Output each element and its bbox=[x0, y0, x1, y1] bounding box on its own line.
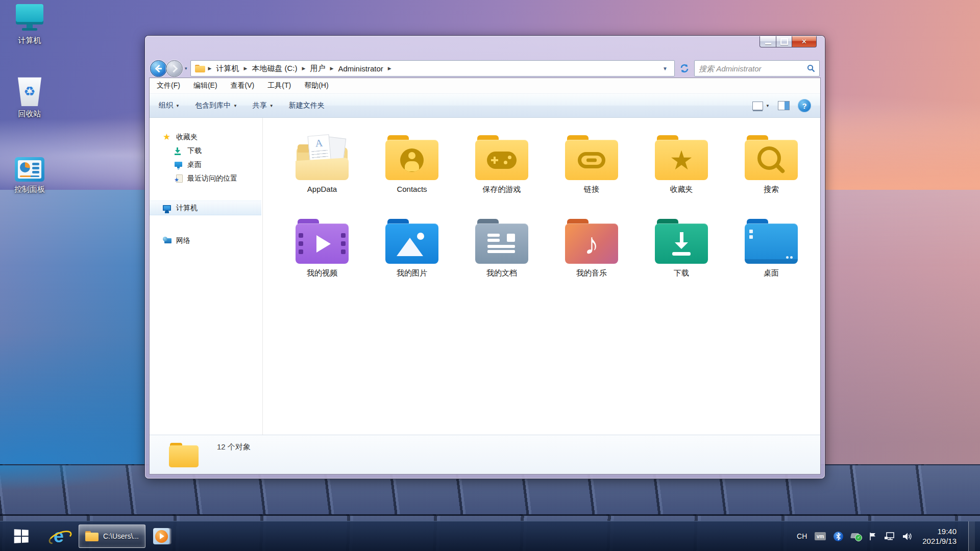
address-bar[interactable]: ▶ 计算机 ▶ 本地磁盘 (C:) ▶ 用户 ▶ Administrator ▶… bbox=[190, 60, 675, 77]
maximize-button[interactable] bbox=[776, 36, 792, 47]
menu-item-edit[interactable]: 编辑(E) bbox=[193, 81, 217, 90]
forward-arrow-icon bbox=[170, 64, 178, 72]
sidebar-item-recent-places[interactable]: 最近访问的位置 bbox=[150, 171, 262, 185]
vmware-icon[interactable]: vm bbox=[815, 532, 826, 540]
folder-item-saved-games[interactable]: 保存的游戏 bbox=[457, 135, 547, 194]
clock-time: 19:40 bbox=[922, 527, 957, 537]
chevron-down-icon: ▼ bbox=[176, 104, 180, 108]
computer-icon bbox=[163, 204, 172, 213]
action-center-flag-icon[interactable] bbox=[869, 532, 877, 541]
menu-item-file[interactable]: 文件(F) bbox=[157, 81, 180, 90]
menu-item-tools[interactable]: 工具(T) bbox=[267, 81, 291, 90]
desktop-icon-computer[interactable]: 计算机 bbox=[3, 4, 56, 45]
start-button[interactable] bbox=[0, 521, 43, 551]
documents-folder-icon bbox=[475, 219, 528, 264]
saved-games-folder-icon bbox=[475, 135, 528, 180]
refresh-button[interactable] bbox=[677, 61, 692, 76]
bluetooth-icon[interactable] bbox=[834, 532, 843, 541]
minimize-button[interactable] bbox=[760, 36, 776, 47]
taskbar-item-internet-explorer[interactable]: e bbox=[43, 521, 75, 551]
breadcrumb-computer[interactable]: 计算机 bbox=[211, 64, 243, 73]
details-pane: 12 个对象 bbox=[150, 435, 820, 474]
sidebar-item-downloads[interactable]: 下载 bbox=[150, 144, 262, 158]
desktop-icon-label: 计算机 bbox=[3, 36, 56, 45]
forward-button[interactable] bbox=[166, 60, 183, 77]
breadcrumb-separator: ▶ bbox=[208, 66, 212, 71]
clock-date: 2021/9/13 bbox=[922, 536, 957, 546]
desktop-icon-recycle-bin[interactable]: 回收站 bbox=[3, 77, 56, 119]
explorer-window: ✕ ▾ ▶ 计算机 ▶ 本地磁盘 (C:) ▶ 用户 ▶ Administrat… bbox=[145, 36, 825, 479]
sidebar-item-favorites[interactable]: 收藏夹 bbox=[150, 130, 262, 144]
taskbar: e C:\Users\... CH vm ✓ bbox=[0, 521, 980, 551]
folder-item-my-pictures[interactable]: 我的图片 bbox=[367, 219, 457, 278]
open-folder-icon bbox=[296, 135, 349, 180]
help-button[interactable]: ? bbox=[798, 99, 811, 112]
desktop-icon bbox=[174, 160, 183, 169]
breadcrumb-administrator[interactable]: Administrator bbox=[333, 64, 387, 73]
breadcrumb-users[interactable]: 用户 bbox=[305, 64, 330, 73]
menu-item-help[interactable]: 帮助(H) bbox=[304, 81, 328, 90]
system-tray: CH vm ✓ bbox=[797, 521, 980, 551]
include-in-library-button[interactable]: 包含到库中▼ bbox=[195, 101, 237, 110]
title-bar[interactable]: ✕ bbox=[149, 36, 821, 59]
minimize-icon bbox=[765, 43, 771, 44]
chevron-down-icon: ▼ bbox=[270, 104, 274, 108]
folder-item-downloads[interactable]: 下载 bbox=[636, 219, 726, 278]
folder-item-searches[interactable]: 搜索 bbox=[726, 135, 816, 194]
taskbar-item-media-player[interactable] bbox=[145, 521, 177, 551]
folder-item-my-documents[interactable]: 我的文档 bbox=[457, 219, 547, 278]
taskbar-item-label: C:\Users\... bbox=[103, 532, 139, 540]
mountain-icon bbox=[394, 231, 430, 257]
preview-pane-button[interactable] bbox=[778, 101, 790, 110]
show-desktop-button[interactable] bbox=[968, 521, 975, 551]
back-button[interactable] bbox=[150, 60, 167, 77]
search-input[interactable] bbox=[695, 64, 807, 73]
desktop-icon-control-panel[interactable]: 控制面板 bbox=[3, 157, 56, 194]
videos-folder-icon bbox=[296, 219, 349, 264]
clock[interactable]: 19:40 2021/9/13 bbox=[922, 527, 957, 546]
command-toolbar: 组织▼ 包含到库中▼ 共享▼ 新建文件夹 ▼ ? bbox=[150, 94, 820, 118]
folder-icon bbox=[169, 443, 199, 467]
network-icon[interactable] bbox=[885, 532, 895, 541]
sidebar-item-desktop[interactable]: 桌面 bbox=[150, 158, 262, 171]
folder-item-desktop[interactable]: 桌面 bbox=[726, 219, 816, 278]
change-view-button[interactable]: ▼ bbox=[752, 102, 770, 110]
history-dropdown-icon[interactable]: ▾ bbox=[185, 66, 187, 71]
recycle-bin-icon bbox=[17, 77, 42, 106]
close-button[interactable]: ✕ bbox=[792, 36, 817, 47]
sidebar-item-network[interactable]: 网络 bbox=[150, 234, 262, 247]
maximize-icon bbox=[780, 38, 788, 45]
folder-icon bbox=[85, 531, 99, 541]
folder-item-links[interactable]: 链接 bbox=[547, 135, 636, 194]
address-dropdown-icon[interactable]: ▼ bbox=[658, 66, 672, 71]
folder-item-favorites[interactable]: 收藏夹 bbox=[636, 135, 726, 194]
folder-item-appdata[interactable]: AppData bbox=[277, 135, 367, 194]
media-player-icon bbox=[153, 528, 169, 544]
refresh-icon bbox=[679, 63, 690, 73]
links-folder-icon bbox=[565, 135, 618, 180]
vmware-tools-icon[interactable]: ✓ bbox=[851, 532, 861, 540]
organize-button[interactable]: 组织▼ bbox=[159, 101, 180, 110]
close-icon: ✕ bbox=[801, 38, 807, 45]
search-icon bbox=[807, 64, 815, 72]
language-indicator[interactable]: CH bbox=[797, 532, 807, 540]
new-folder-button[interactable]: 新建文件夹 bbox=[289, 101, 325, 110]
menu-item-view[interactable]: 查看(V) bbox=[231, 81, 255, 90]
volume-icon[interactable] bbox=[902, 532, 913, 541]
searches-folder-icon bbox=[745, 135, 798, 180]
folder-item-my-videos[interactable]: 我的视频 bbox=[277, 219, 367, 278]
network-icon bbox=[163, 236, 172, 245]
desktop-icon-label: 控制面板 bbox=[3, 185, 56, 194]
folder-item-my-music[interactable]: 我的音乐 bbox=[547, 219, 636, 278]
sidebar-item-computer[interactable]: 计算机 bbox=[150, 201, 261, 215]
folder-item-contacts[interactable]: Contacts bbox=[367, 135, 457, 194]
desktop-folder-icon bbox=[745, 219, 798, 264]
control-panel-icon bbox=[15, 157, 44, 182]
breadcrumb-local-disk-c[interactable]: 本地磁盘 (C:) bbox=[247, 64, 302, 73]
taskbar-item-explorer-active[interactable]: C:\Users\... bbox=[79, 524, 145, 548]
pictures-folder-icon bbox=[385, 219, 438, 264]
navigation-bar: ▾ ▶ 计算机 ▶ 本地磁盘 (C:) ▶ 用户 ▶ Administrator… bbox=[149, 59, 821, 78]
breadcrumb-separator: ▶ bbox=[243, 66, 247, 71]
share-button[interactable]: 共享▼ bbox=[253, 101, 274, 110]
chevron-down-icon: ▼ bbox=[233, 104, 237, 108]
